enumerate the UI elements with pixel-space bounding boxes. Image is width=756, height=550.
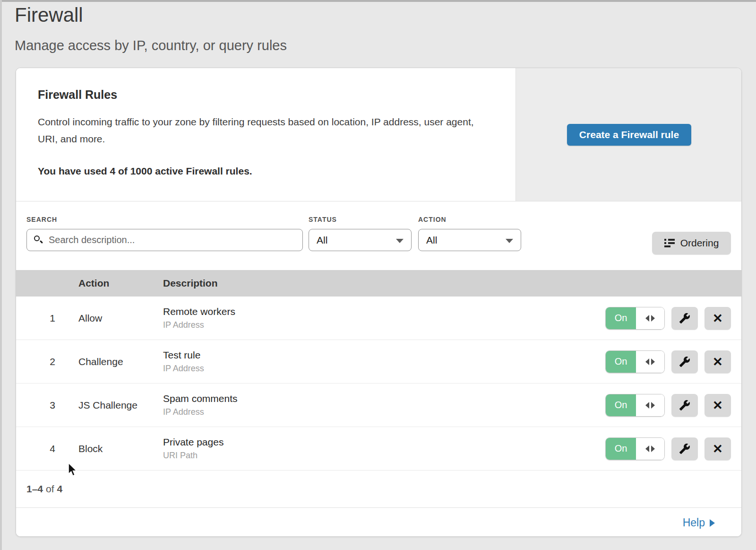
delete-rule-button[interactable]: ✕: [704, 350, 731, 373]
rule-description-cell: Test rule IP Address: [163, 349, 571, 374]
filters-bar: SEARCH STATUS All ACTION All: [16, 201, 741, 270]
rule-description: Private pages: [163, 437, 571, 448]
rule-description: Remote workers: [163, 306, 571, 317]
triangle-left-icon: [645, 315, 649, 322]
rule-enabled-toggle[interactable]: On: [605, 437, 665, 460]
rule-controls: On ✕: [571, 437, 741, 460]
rule-action: Allow: [78, 313, 163, 324]
status-label: STATUS: [309, 216, 412, 223]
toggle-handle[interactable]: [636, 351, 664, 373]
rule-match-type: IP Address: [163, 364, 571, 374]
rule-controls: On ✕: [571, 394, 741, 417]
rule-action: JS Challenge: [78, 400, 163, 411]
wrench-icon: [679, 313, 690, 324]
description-column-header: Description: [163, 278, 571, 289]
triangle-right-icon: [710, 519, 715, 527]
rule-description-cell: Spam comments IP Address: [163, 393, 571, 417]
table-row: 3 JS Challenge Spam comments IP Address …: [16, 384, 741, 427]
toggle-handle[interactable]: [636, 307, 664, 329]
edit-rule-button[interactable]: [671, 307, 698, 330]
search-label: SEARCH: [26, 216, 303, 223]
rule-description-cell: Remote workers IP Address: [163, 306, 571, 330]
page-subtitle: Manage access by IP, country, or query r…: [15, 38, 287, 53]
help-bar: Help: [16, 508, 741, 537]
pagination-summary: 1–4 of 4: [16, 471, 741, 508]
triangle-right-icon: [651, 445, 655, 452]
action-column-header: Action: [78, 278, 163, 289]
section-description: Control incoming traffic to your zone by…: [38, 113, 487, 148]
table-row: 4 Block Private pages URI Path On: [16, 427, 741, 471]
rule-priority: 2: [26, 356, 78, 367]
rule-description: Test rule: [163, 349, 571, 361]
section-heading: Firewall Rules: [38, 88, 117, 102]
wrench-icon: [679, 443, 690, 454]
firewall-rules-card: Firewall Rules Control incoming traffic …: [16, 68, 742, 537]
rules-table-body: 1 Allow Remote workers IP Address On: [16, 297, 741, 471]
ordering-button[interactable]: Ordering: [652, 232, 731, 254]
action-selected-value: All: [426, 235, 437, 246]
rule-priority: 4: [26, 443, 78, 454]
delete-rule-button[interactable]: ✕: [704, 437, 731, 460]
create-firewall-rule-button[interactable]: Create a Firewall rule: [567, 124, 691, 146]
toggle-on-label: On: [606, 351, 636, 373]
table-header: Action Description: [16, 270, 741, 297]
status-selected-value: All: [317, 235, 327, 246]
rule-action: Challenge: [78, 356, 163, 367]
triangle-left-icon: [645, 402, 649, 409]
rule-controls: On ✕: [571, 307, 741, 330]
intro-section: Firewall Rules Control incoming traffic …: [16, 68, 515, 201]
edit-rule-button[interactable]: [671, 437, 698, 460]
edit-rule-button[interactable]: [671, 394, 698, 417]
ordering-button-label: Ordering: [680, 237, 719, 249]
toggle-handle[interactable]: [636, 394, 664, 416]
rule-description: Spam comments: [163, 393, 571, 404]
chevron-down-icon: [396, 239, 404, 243]
usage-summary: You have used 4 of 1000 active Firewall …: [38, 166, 252, 177]
action-filter-group: ACTION All: [418, 216, 521, 251]
close-icon: ✕: [713, 312, 723, 324]
triangle-right-icon: [651, 402, 655, 409]
triangle-left-icon: [645, 445, 649, 452]
rule-match-type: IP Address: [163, 407, 571, 417]
help-link[interactable]: Help: [683, 516, 715, 529]
search-filter-group: SEARCH: [26, 216, 303, 251]
table-row: 1 Allow Remote workers IP Address On: [16, 297, 741, 340]
window-left-edge: [0, 0, 2, 550]
action-select[interactable]: All: [418, 229, 521, 251]
wrench-icon: [679, 356, 690, 367]
action-label: ACTION: [418, 216, 521, 223]
rule-priority: 1: [26, 313, 78, 324]
close-icon: ✕: [713, 399, 723, 411]
pagination-range: 1–4: [26, 483, 43, 495]
close-icon: ✕: [713, 356, 723, 368]
search-input[interactable]: [26, 229, 303, 251]
rule-description-cell: Private pages URI Path: [163, 437, 571, 461]
rule-enabled-toggle[interactable]: On: [605, 394, 665, 417]
ordered-list-icon: [664, 239, 675, 247]
delete-rule-button[interactable]: ✕: [704, 307, 731, 330]
create-rule-panel: Create a Firewall rule: [515, 68, 742, 201]
status-select[interactable]: All: [309, 229, 412, 251]
page-title: Firewall: [15, 4, 83, 26]
status-filter-group: STATUS All: [309, 216, 412, 251]
toggle-handle[interactable]: [636, 438, 664, 460]
rule-enabled-toggle[interactable]: On: [605, 307, 665, 330]
table-row: 2 Challenge Test rule IP Address On: [16, 340, 741, 384]
delete-rule-button[interactable]: ✕: [704, 394, 731, 417]
toggle-on-label: On: [606, 307, 636, 329]
pagination-total: 4: [57, 483, 63, 495]
toggle-on-label: On: [606, 438, 636, 460]
triangle-left-icon: [645, 358, 649, 365]
rule-priority: 3: [26, 400, 78, 411]
rule-match-type: IP Address: [163, 320, 571, 330]
pagination-of: of: [46, 483, 54, 495]
rule-action: Block: [78, 443, 163, 454]
edit-rule-button[interactable]: [671, 350, 698, 373]
rule-enabled-toggle[interactable]: On: [605, 350, 665, 373]
search-icon: [34, 235, 43, 244]
window-top-edge: [0, 0, 756, 2]
rule-controls: On ✕: [571, 350, 741, 373]
help-link-label: Help: [683, 516, 705, 529]
chevron-down-icon: [506, 239, 513, 243]
toggle-on-label: On: [606, 394, 636, 416]
